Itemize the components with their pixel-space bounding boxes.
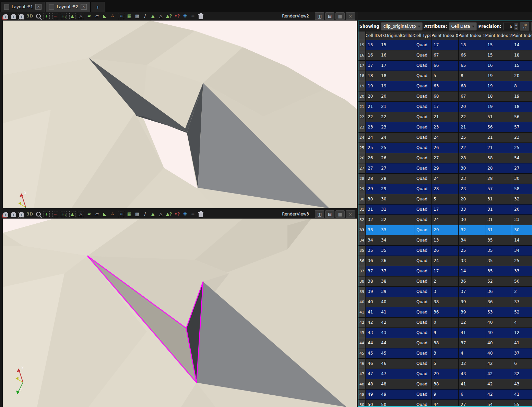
table-cell[interactable]: 17 [431,266,459,276]
table-cell[interactable]: Quad [414,235,431,246]
attribute-dropdown[interactable]: Cell Data ▼ [449,22,477,30]
table-cell[interactable]: 55 [512,400,532,407]
row-header[interactable]: 47 [358,369,366,379]
table-cell[interactable]: Quad [414,369,431,379]
table-cell[interactable]: 42 [366,318,379,328]
table-cell[interactable]: 32 [366,215,379,225]
table-cell[interactable]: 24 [431,133,459,143]
table-cell[interactable]: 9 [431,390,459,400]
table-cell[interactable]: 29 [431,225,459,235]
table-cell[interactable]: Quad [414,91,431,102]
table-cell[interactable]: Quad [414,122,431,133]
table-cell[interactable]: 4 [512,318,532,328]
table-cell[interactable]: 18 [485,91,512,102]
table-cell[interactable]: 35 [485,246,512,256]
table-cell[interactable]: 19 [485,102,512,112]
hover-cells-icon[interactable]: ▩ [134,211,140,217]
table-cell[interactable]: 3 [431,348,459,359]
table-cell[interactable]: 30 [366,194,379,205]
column-header[interactable]: Point Index 2 [485,32,512,40]
table-cell[interactable]: 39 [459,307,485,318]
table-cell[interactable]: 41 [459,328,485,338]
table-cell[interactable]: 15 [512,61,532,71]
table-cell[interactable]: 26 [379,153,414,163]
row-header[interactable]: 37 [358,266,366,276]
table-cell[interactable]: Quad [414,71,431,81]
table-cell[interactable]: 36 [459,276,485,287]
table-cell[interactable]: Quad [414,81,431,91]
row-header[interactable]: 36 [358,256,366,266]
add-selection-icon[interactable]: ✚ [182,211,188,217]
row-header[interactable]: 49 [358,390,366,400]
table-cell[interactable]: 42 [379,318,414,328]
table-cell[interactable]: 17 [366,61,379,71]
table-cell[interactable]: 27 [459,400,485,407]
column-header[interactable]: vtkOriginalCellIds [379,32,414,40]
table-cell[interactable]: 38 [431,379,459,390]
table-cell[interactable]: 32 [512,194,532,205]
spin-down-icon[interactable]: ▼ [514,26,518,30]
select-points-on-icon[interactable]: △ [78,211,84,217]
column-header[interactable]: Point Index 1 [459,32,485,40]
table-cell[interactable]: Quad [414,287,431,297]
column-header[interactable]: Point Index 3 [512,32,532,40]
table-cell[interactable]: 66 [431,61,459,71]
table-cell[interactable]: 42 [485,379,512,390]
interactive-select-cells-icon[interactable]: ∷ [118,13,124,19]
table-cell[interactable]: 8 [459,71,485,81]
table-cell[interactable]: Quad [414,174,431,184]
table-cell[interactable]: 37 [459,287,485,297]
table-cell[interactable]: 43 [512,379,532,390]
table-cell[interactable]: 32 [379,215,414,225]
table-cell[interactable]: 19 [366,81,379,91]
table-cell[interactable]: 24 [379,133,414,143]
new-layout-tab[interactable]: + [91,2,105,12]
table-cell[interactable]: Quad [414,184,431,194]
table-cell[interactable]: 41 [459,379,485,390]
table-cell[interactable]: 18 [459,40,485,50]
table-cell[interactable]: 5 [431,359,459,369]
table-cell[interactable]: 52 [512,307,532,318]
table-cell[interactable]: 37 [459,338,485,348]
table-cell[interactable]: Quad [414,133,431,143]
table-cell[interactable]: Quad [414,143,431,153]
table-cell[interactable]: 25 [459,133,485,143]
table-cell[interactable]: 29 [379,184,414,194]
spin-up-icon[interactable]: ▲ [514,23,518,26]
table-cell[interactable]: 15 [485,50,512,61]
table-cell[interactable]: 22 [459,112,485,122]
reset-camera-icon[interactable] [3,13,8,19]
zoom-in-icon[interactable]: + [44,13,50,19]
table-cell[interactable]: 22 [366,112,379,122]
row-header[interactable]: 24 [358,133,366,143]
table-row[interactable]: 323232Quad24303133 [358,215,532,225]
table-cell[interactable]: 51 [485,112,512,122]
table-cell[interactable]: 23 [379,122,414,133]
table-cell[interactable]: 63 [431,81,459,91]
table-cell[interactable]: 44 [431,400,459,407]
row-header[interactable]: 28 [358,174,366,184]
table-cell[interactable]: 58 [512,184,532,194]
table-row[interactable]: 303030Quad5203132 [358,194,532,205]
table-cell[interactable]: 41 [512,390,532,400]
table-cell[interactable]: 18 [379,71,414,81]
table-cell[interactable]: 18 [512,102,532,112]
table-cell[interactable]: 40 [485,338,512,348]
table-cell[interactable]: 34 [512,246,532,256]
row-header[interactable]: 50 [358,400,366,407]
table-row[interactable]: 373737Quad17143533 [358,266,532,276]
table-cell[interactable]: 28 [366,174,379,184]
table-cell[interactable]: 6 [459,390,485,400]
table-cell[interactable]: 28 [459,153,485,163]
query-points-icon[interactable]: •? [174,13,180,19]
clear-selection-icon[interactable] [198,13,203,19]
table-cell[interactable]: Quad [414,328,431,338]
close-button[interactable]: × [346,210,355,218]
table-cell[interactable]: 53 [485,307,512,318]
table-cell[interactable]: 33 [459,205,485,215]
table-cell[interactable]: 50 [512,276,532,287]
table-cell[interactable]: 23 [459,174,485,184]
interactive-select-points-icon[interactable]: ▦ [127,13,132,19]
table-cell[interactable]: Quad [414,307,431,318]
table-cell[interactable]: 33 [512,215,532,225]
